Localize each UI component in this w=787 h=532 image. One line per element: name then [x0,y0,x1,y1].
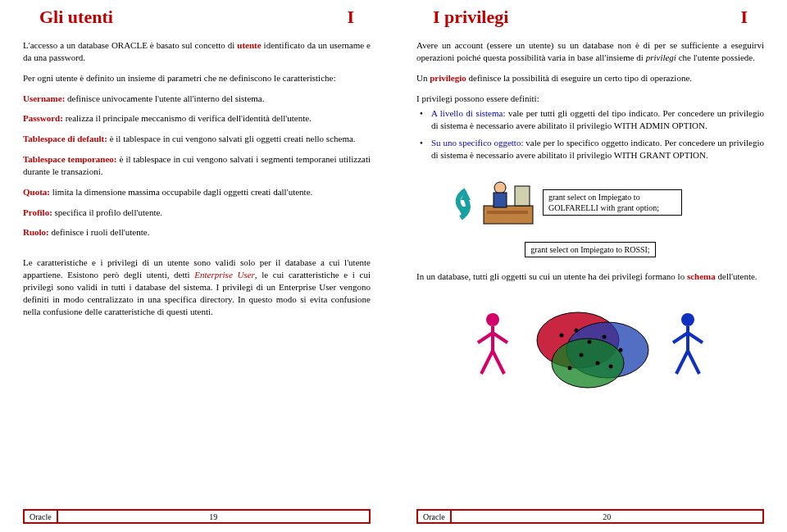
title-main: Gli utenti [39,7,113,28]
svg-rect-3 [515,186,530,206]
svg-point-20 [619,348,623,352]
schema-para: In un database, tutti gli oggetti su cui… [416,271,764,283]
page-title-right: I privilegi I [416,7,764,28]
svg-line-29 [676,351,688,374]
svg-point-22 [596,361,600,365]
priv-def: Un privilegio definisce la possibilità d… [416,72,764,84]
footer-right: Oracle 20 [416,509,764,524]
svg-point-18 [588,339,592,343]
priv-list-intro: I privilegi possono essere definiti: [416,93,764,105]
svg-point-15 [552,339,624,388]
intro-para: L'accesso a un database ORACLE è basato … [23,39,371,64]
list-item: A livello di sistema: vale per tutti gli… [431,107,764,132]
stick-figure-icon [670,311,706,377]
venn-diagram-icon [529,299,652,389]
field-ts-default: Tablespace di default: è il tablespace i… [23,133,371,145]
svg-point-25 [681,313,694,326]
field-quota: Quota: limita la dimensione massima occu… [23,186,371,198]
title-main: I privilegi [433,7,508,28]
grant-code-2-row: grant select on Impiegato to ROSSI; [416,242,764,257]
field-username: Username: definisce univocamente l'utent… [23,93,371,105]
svg-line-11 [481,351,493,374]
svg-line-10 [493,333,507,343]
svg-point-21 [580,352,584,357]
page-left: Gli utenti I L'accesso a un database ORA… [0,0,394,532]
footer-left: Oracle 19 [23,509,371,524]
svg-line-12 [493,351,504,374]
page-right: I privilegi I Avere un account (essere u… [394,0,787,532]
svg-rect-2 [484,206,533,224]
title-num: I [314,7,354,28]
priv-intro: Avere un account (essere un utente) su u… [416,39,764,64]
priv-list: A livello di sistema: vale per tutti gli… [416,107,764,166]
svg-rect-6 [487,211,528,214]
svg-line-28 [688,333,703,343]
svg-line-27 [673,333,688,343]
svg-point-7 [486,313,499,326]
arrow-loop-icon [449,182,474,223]
page-title-left: Gli utenti I [23,7,371,28]
footer-page: 20 [452,512,762,521]
field-profilo: Profilo: specifica il profilo dell'utent… [23,207,371,219]
list-item: Su uno specifico oggetto: vale per lo sp… [431,137,764,161]
svg-rect-5 [494,193,507,207]
svg-line-9 [478,333,493,343]
footer-label: Oracle [418,511,452,522]
field-password: Password: realizza il principale meccani… [23,112,371,125]
code-grant-2: grant select on Impiegato to ROSSI; [525,242,655,257]
svg-point-17 [575,328,579,332]
enterprise-para: Le caratteristiche e i privilegi di un u… [23,257,371,317]
grant-illustration-1: grant select on Impiegato to GOLFARELLI … [449,178,764,227]
intro-para-2: Per ogni utente è definito un insieme di… [23,72,371,84]
footer-label: Oracle [25,511,58,522]
svg-point-23 [568,366,572,370]
title-num: I [707,7,748,28]
code-grant-1: grant select on Impiegato to GOLFARELLI … [543,189,682,216]
footer-page: 19 [58,512,369,521]
svg-point-16 [560,333,564,337]
svg-line-30 [688,351,699,374]
field-ts-temp: Tablespace temporaneo: è il tablespace i… [23,153,371,178]
schema-diagram [416,299,764,389]
svg-point-24 [609,364,613,368]
person-desk-icon [482,178,535,227]
field-ruolo: Ruolo: definisce i ruoli dell'utente. [23,226,371,239]
svg-point-19 [603,334,607,339]
svg-point-4 [494,182,506,193]
stick-figure-icon [475,311,511,377]
